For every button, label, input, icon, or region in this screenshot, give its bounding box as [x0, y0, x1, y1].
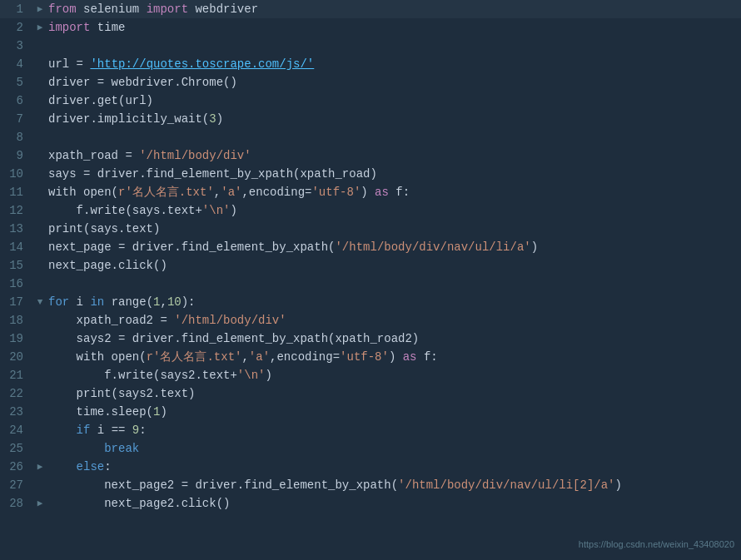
- token: next_page.click(): [48, 259, 167, 272]
- line-number: 6: [0, 92, 33, 110]
- token: ,encoding=: [241, 186, 311, 199]
- token: :: [139, 424, 146, 437]
- token: ): [615, 478, 622, 492]
- line-number: 17: [0, 293, 33, 311]
- code-line: 1▶from selenium import webdriver: [0, 0, 741, 18]
- token: [48, 442, 104, 455]
- token: import: [147, 2, 188, 16]
- token: xpath_road2 =: [48, 314, 174, 327]
- token: next_page2 = driver.find_element_by_xpat…: [48, 478, 398, 492]
- token: url =: [48, 57, 90, 71]
- token: xpath_road =: [48, 149, 139, 162]
- code-line: 18 xpath_road2 = '/html/body/div': [0, 311, 741, 330]
- token: range(: [104, 295, 153, 309]
- token: '/html/body/div/nav/ul/li[2]/a': [398, 478, 614, 492]
- token: ,encoding=: [270, 350, 340, 364]
- fold-icon[interactable]: ▶: [33, 18, 47, 37]
- code-line: 13print(says.text): [0, 220, 741, 238]
- code-line: 10says = driver.find_element_by_xpath(xp…: [0, 165, 741, 183]
- line-number: 24: [0, 421, 33, 439]
- token: '/html/body/div/nav/ul/li/a': [335, 240, 530, 254]
- token: f:: [389, 186, 410, 199]
- code-line: 24 if i == 9:: [0, 421, 741, 439]
- token: driver.get(url): [48, 94, 153, 107]
- code-line: 20 with open(r'名人名言.txt','a',encoding='u…: [0, 348, 741, 366]
- code-line: 14next_page = driver.find_element_by_xpa…: [0, 238, 741, 256]
- fold-icon[interactable]: ▼: [33, 293, 47, 311]
- token: 3: [209, 112, 216, 126]
- code-content: driver = webdriver.Chrome(): [47, 73, 741, 92]
- code-content: driver.implicitly_wait(3): [47, 110, 741, 128]
- token: driver = webdriver.Chrome(): [48, 76, 237, 89]
- token: 'http://quotes.toscrape.com/js/': [90, 57, 314, 71]
- code-content: driver.get(url): [47, 92, 741, 110]
- token: ): [361, 186, 375, 199]
- token: in: [90, 295, 104, 309]
- token: i: [69, 295, 90, 309]
- code-content: else:: [47, 458, 741, 476]
- line-number: 10: [0, 165, 33, 183]
- code-content: f.write(says2.text+'\n'): [47, 366, 741, 384]
- token: [48, 424, 77, 437]
- fold-icon[interactable]: ▶: [33, 0, 47, 18]
- code-content: next_page.click(): [47, 256, 741, 275]
- code-content: says2 = driver.find_element_by_xpath(xpa…: [47, 330, 741, 348]
- token: '/html/body/div': [139, 149, 251, 162]
- token: ,: [160, 295, 167, 309]
- code-content: next_page2.click(): [47, 494, 741, 513]
- code-line: 21 f.write(says2.text+'\n'): [0, 366, 741, 384]
- token: driver.implicitly_wait(: [48, 112, 209, 126]
- line-number: 27: [0, 476, 33, 494]
- code-content: [47, 37, 741, 55]
- token: f.write(says.text+: [48, 204, 202, 217]
- code-content: [47, 128, 741, 146]
- code-line: 11with open(r'名人名言.txt','a',encoding='ut…: [0, 183, 741, 201]
- code-content: xpath_road2 = '/html/body/div': [47, 311, 741, 330]
- token: 9: [132, 424, 139, 437]
- line-number: 4: [0, 55, 33, 73]
- token: f.write(says2.text+: [48, 369, 237, 382]
- token: r'名人名言.txt': [118, 186, 214, 199]
- token: ):: [182, 295, 196, 309]
- code-line: 9xpath_road = '/html/body/div': [0, 146, 741, 165]
- token: next_page = driver.find_element_by_xpath…: [48, 240, 335, 254]
- token: with open(: [48, 350, 147, 364]
- line-number: 11: [0, 183, 33, 201]
- line-number: 16: [0, 275, 33, 293]
- code-line: 23 time.sleep(1): [0, 403, 741, 421]
- code-content: with open(r'名人名言.txt','a',encoding='utf-…: [47, 348, 741, 366]
- line-number: 9: [0, 146, 33, 165]
- code-content: import time: [47, 18, 741, 37]
- code-line: 27 next_page2 = driver.find_element_by_x…: [0, 476, 741, 494]
- code-content: from selenium import webdriver: [47, 0, 741, 18]
- token: 'a': [249, 350, 270, 364]
- token: ): [389, 350, 403, 364]
- code-content: with open(r'名人名言.txt','a',encoding='utf-…: [47, 183, 741, 201]
- line-number: 19: [0, 330, 33, 348]
- watermark: https://blog.csdn.net/weixin_43408020: [579, 535, 734, 553]
- fold-icon[interactable]: ▶: [33, 458, 47, 476]
- code-line: 5driver = webdriver.Chrome(): [0, 73, 741, 92]
- token: ,: [241, 350, 248, 364]
- code-line: 26▶ else:: [0, 458, 741, 476]
- line-number: 8: [0, 128, 33, 146]
- code-line: 15next_page.click(): [0, 256, 741, 275]
- token: ): [230, 204, 236, 217]
- line-number: 18: [0, 311, 33, 330]
- line-number: 3: [0, 37, 33, 55]
- code-line: 6driver.get(url): [0, 92, 741, 110]
- line-number: 25: [0, 439, 33, 458]
- code-content: says = driver.find_element_by_xpath(xpat…: [47, 165, 741, 183]
- token: webdriver: [188, 2, 258, 16]
- token: says2 = driver.find_element_by_xpath(xpa…: [48, 332, 419, 345]
- fold-icon[interactable]: ▶: [33, 494, 47, 513]
- token: '\n': [237, 369, 266, 382]
- code-content: time.sleep(1): [47, 403, 741, 421]
- token: ,: [214, 186, 221, 199]
- code-line: 12 f.write(says.text+'\n'): [0, 201, 741, 220]
- code-line: 7driver.implicitly_wait(3): [0, 110, 741, 128]
- token: ): [216, 112, 223, 126]
- line-number: 26: [0, 458, 33, 476]
- token: print(says.text): [48, 222, 160, 235]
- code-line: 22 print(says2.text): [0, 384, 741, 403]
